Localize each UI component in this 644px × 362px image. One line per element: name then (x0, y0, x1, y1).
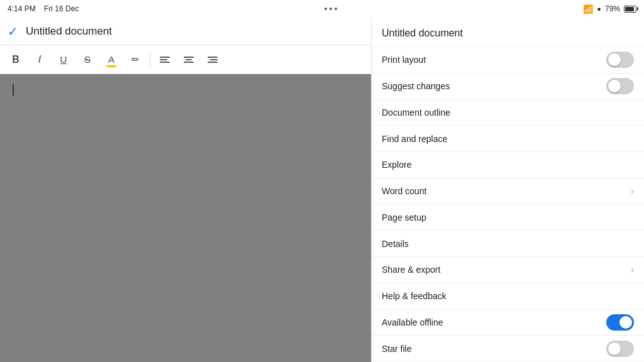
document-outline-label: Document outline (382, 107, 450, 118)
menu-item-find-replace[interactable]: Find and replace (372, 126, 644, 152)
menu-panel: Untitled document Print layout Suggest c… (371, 18, 644, 362)
battery-percent: 79% (605, 4, 620, 13)
font-color-button[interactable]: A (101, 49, 122, 70)
print-layout-label: Print layout (382, 55, 426, 65)
menu-item-details[interactable]: Details (372, 231, 644, 257)
page-setup-label: Page setup (382, 212, 426, 222)
location-icon: ● (597, 5, 601, 13)
underline-button[interactable]: U (53, 49, 74, 70)
suggest-changes-label: Suggest changes (382, 81, 450, 91)
text-cursor (13, 84, 14, 96)
status-time-date: 4:14 PM Fri 16 Dec (8, 4, 79, 13)
align-left-button[interactable] (154, 49, 175, 70)
help-feedback-label: Help & feedback (382, 291, 447, 301)
editor-panel: ✓ Untitled document B I U S A ✏ (0, 18, 371, 362)
explore-label: Explore (382, 160, 411, 170)
find-replace-label: Find and replace (382, 134, 447, 144)
status-dots (325, 8, 337, 10)
align-center-button[interactable] (178, 49, 199, 70)
menu-item-help-feedback[interactable]: Help & feedback (372, 283, 644, 310)
wifi-icon: 📶 (583, 4, 593, 14)
available-offline-label: Available offline (382, 317, 443, 327)
toolbar-separator (150, 52, 150, 67)
menu-item-page-setup[interactable]: Page setup (372, 205, 644, 231)
highlighter-button[interactable]: ✏ (125, 49, 146, 70)
word-count-label: Word count (382, 186, 426, 196)
formatting-toolbar: B I U S A ✏ (0, 45, 371, 74)
star-file-label: Star file (382, 344, 411, 354)
status-icons: 📶 ● 79% (583, 4, 636, 14)
checkmark-icon: ✓ (8, 24, 18, 39)
star-file-toggle[interactable] (606, 341, 634, 357)
menu-item-suggest-changes[interactable]: Suggest changes (372, 74, 644, 100)
details-label: Details (382, 239, 409, 249)
menu-item-star-file[interactable]: Star file (372, 336, 644, 362)
editor-area[interactable] (0, 74, 371, 362)
strikethrough-button[interactable]: S (77, 49, 98, 70)
font-color-underline (106, 65, 116, 67)
doc-title-label: Untitled document (26, 25, 112, 38)
toggle-thumb (619, 316, 632, 329)
share-export-label: Share & export (382, 265, 440, 275)
suggest-changes-toggle[interactable] (606, 78, 634, 94)
word-count-chevron: › (631, 186, 634, 196)
menu-title: Untitled document (372, 18, 644, 47)
italic-button[interactable]: I (29, 49, 50, 70)
toggle-thumb (608, 80, 621, 92)
doc-header: ✓ Untitled document (0, 18, 371, 45)
print-layout-toggle[interactable] (606, 52, 634, 68)
align-right-icon (206, 55, 219, 64)
menu-item-explore[interactable]: Explore (372, 152, 644, 178)
toggle-thumb (608, 343, 621, 355)
share-export-chevron: › (631, 265, 634, 275)
menu-item-word-count[interactable]: Word count › (372, 178, 644, 205)
battery-icon (624, 6, 636, 13)
menu-item-available-offline[interactable]: Available offline (372, 310, 644, 336)
status-bar: 4:14 PM Fri 16 Dec 📶 ● 79% (0, 0, 644, 18)
toggle-thumb (608, 53, 621, 66)
main-layout: ✓ Untitled document B I U S A ✏ (0, 18, 644, 362)
bold-button[interactable]: B (5, 49, 26, 70)
menu-item-share-export[interactable]: Share & export › (372, 257, 644, 283)
menu-item-document-outline[interactable]: Document outline (372, 100, 644, 126)
menu-item-print-layout[interactable]: Print layout (372, 47, 644, 74)
align-left-icon (158, 55, 171, 64)
align-center-icon (182, 55, 195, 64)
align-right-button[interactable] (202, 49, 223, 70)
available-offline-toggle[interactable] (606, 314, 634, 331)
